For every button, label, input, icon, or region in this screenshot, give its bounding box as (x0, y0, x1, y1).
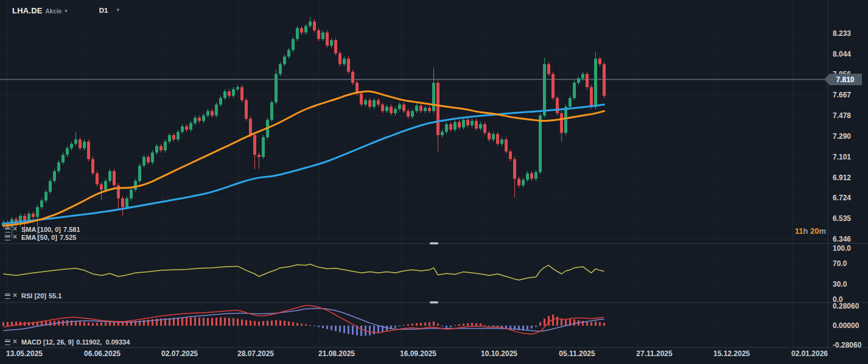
date-axis-label: 10.10.2025 (481, 349, 517, 358)
price-axis-label: 6.535 (833, 214, 851, 223)
price-axis-label: 6.912 (833, 173, 851, 182)
indicator-row-ema[interactable]: × EMA [50, 0] 7.525 (5, 234, 76, 241)
indicator-row-rsi[interactable]: × RSI [20] 55.1 (5, 292, 61, 299)
date-axis-label: 21.08.2025 (318, 349, 355, 358)
chevron-down-icon[interactable]: ▾ (65, 8, 68, 14)
rsi-axis-label: 70.0 (833, 259, 847, 268)
macd-axis-label: 0.28060 (833, 302, 859, 310)
price-axis-label: 7.667 (833, 91, 851, 99)
price-axis-label: 7.478 (833, 111, 851, 120)
price-axis-label: 8.233 (833, 29, 851, 38)
indicator-close-icon[interactable]: × (13, 234, 17, 240)
timeframe-selector[interactable]: D1 ▾ (99, 7, 119, 14)
date-axis-label: 02.01.2026 (791, 349, 828, 358)
indicator-value: 7.525 (60, 234, 77, 241)
date-axis-label: 15.12.2025 (713, 349, 750, 358)
indicator-label: RSI [20] (21, 292, 46, 299)
indicator-value: 7.581 (63, 226, 80, 233)
countdown-hours: 11 (795, 226, 803, 236)
countdown-minutes: 20 (810, 226, 819, 236)
symbol-selector[interactable]: LHA.DE Akcie ▾ (12, 6, 68, 15)
date-axis-label: 27.11.2025 (636, 349, 672, 358)
indicator-row-macd[interactable]: × MACD [12, 26, 9] 0.11902, 0.09334 (5, 338, 130, 346)
chart-header: LHA.DE Akcie ▾ D1 ▾ (0, 0, 119, 21)
indicator-settings-icon[interactable] (5, 293, 10, 299)
current-price-value: 7.810 (836, 75, 854, 84)
date-axis-label: 13.05.2025 (6, 349, 43, 358)
indicator-label: EMA [50, 0] (21, 234, 57, 241)
indicator-label: MACD [12, 26, 9] (21, 338, 74, 346)
symbol-name: LHA.DE (12, 6, 43, 15)
indicator-label: SMA [100, 0] (21, 226, 61, 233)
indicator-settings-icon[interactable] (5, 235, 10, 240)
indicator-settings-icon[interactable] (5, 227, 10, 233)
indicator-close-icon[interactable]: × (13, 226, 17, 232)
indicator-close-icon[interactable]: × (13, 338, 17, 345)
macd-axis-label: 0.00000 (833, 321, 859, 330)
price-axis-label: 6.724 (833, 194, 851, 202)
price-axis-label: 7.290 (833, 132, 851, 141)
price-chart-canvas[interactable] (0, 0, 868, 364)
timeframe-label: D1 (99, 7, 108, 14)
indicator-close-icon[interactable]: × (13, 292, 17, 298)
date-axis-label: 02.07.2025 (161, 349, 198, 358)
price-axis-label: 7.101 (833, 153, 851, 161)
instrument-type-label: Akcie (46, 8, 62, 15)
current-price-badge: 7.810 (824, 74, 862, 85)
rsi-axis-label: 100.0 (833, 244, 851, 253)
trading-chart-window: LHA.DE Akcie ▾ D1 ▾ × SMA [100, 0] 7.581… (0, 0, 868, 364)
date-axis-label: 28.07.2025 (237, 349, 274, 358)
price-axis-label: 6.346 (833, 235, 851, 243)
candle-close-countdown: 11h 20m (787, 226, 826, 236)
price-axis-label: 8.044 (833, 50, 851, 58)
indicator-value: 0.11902, 0.09334 (76, 338, 130, 346)
date-axis-label: 16.09.2025 (400, 349, 436, 358)
rsi-axis-label: 30.0 (833, 280, 847, 289)
indicator-value: 55.1 (49, 292, 61, 299)
date-axis-label: 05.11.2025 (559, 349, 595, 358)
indicator-settings-icon[interactable] (5, 340, 10, 345)
macd-axis-label: -0.28060 (833, 341, 861, 349)
chevron-down-icon[interactable]: ▾ (117, 7, 120, 13)
date-axis-label: 06.06.2025 (84, 349, 121, 358)
